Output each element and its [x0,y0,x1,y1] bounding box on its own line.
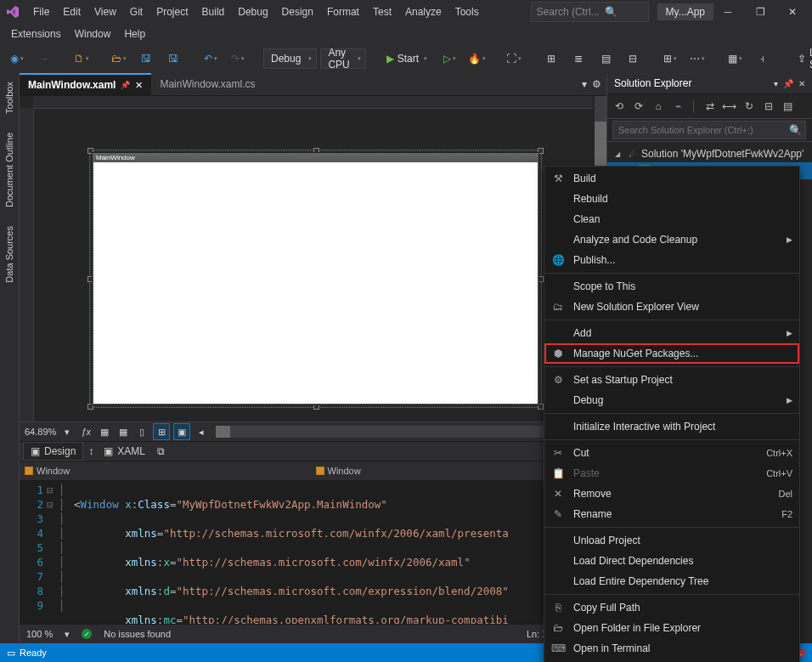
popout-icon[interactable]: ⧉ [157,445,165,457]
menu-git[interactable]: Git [124,3,149,20]
design-tab[interactable]: ▣ Design [23,442,83,461]
breadcrumb-a[interactable]: Window [25,466,70,476]
menu-format[interactable]: Format [321,3,365,20]
issues-label[interactable]: No issues found [104,629,171,639]
solution-platform-combo[interactable]: Any CPU [320,48,365,69]
start-debug-button[interactable]: ▶ Start [380,53,434,65]
window-restore-icon[interactable]: ❐ [746,2,775,22]
toolbar-btn-d[interactable]: ▤ [594,48,617,69]
ctx-rename[interactable]: ✎RenameF2 [544,504,799,524]
swap-panes-icon[interactable]: ↕ [88,445,93,457]
ctx-cut[interactable]: ✂CutCtrl+X [544,443,799,463]
h-scroll-left[interactable]: ◂ [194,424,209,439]
tab-overflow-icon[interactable]: ▾ [582,78,587,90]
panel-pin-icon[interactable]: 📌 [783,79,793,88]
ctx-open-in-terminal[interactable]: ⌨Open in Terminal [544,638,799,659]
ctx-initialize-interactive-with-project[interactable]: Initialize Interactive with Project [544,416,799,437]
se-sync-icon[interactable]: ⇄ [703,99,717,113]
toolbar-btn-a[interactable]: ⛶ [502,48,526,69]
nav-back-button[interactable]: ◉ [5,48,29,69]
toolbar-btn-i[interactable]: ⫞ [750,48,774,69]
hot-reload-button[interactable]: 🔥 [465,48,488,69]
document-outline-tab[interactable]: Document Outline [4,127,14,212]
menu-file[interactable]: File [27,3,55,20]
menu-project[interactable]: Project [150,3,194,20]
toolbar-btn-c[interactable]: ≣ [567,48,590,69]
new-project-button[interactable]: 🗋 [70,48,93,69]
toolbar-btn-g[interactable]: ⋯ [685,48,709,69]
se-home-icon[interactable]: ⌂ [651,99,665,113]
search-dropdown-icon[interactable]: ▾ [793,124,798,136]
toolbar-btn-f[interactable]: ⊞ [658,48,682,69]
toolbar-btn-e[interactable]: ⊟ [621,48,645,69]
data-sources-tab[interactable]: Data Sources [4,221,14,288]
se-collapse-icon[interactable]: ⊟ [762,99,775,113]
se-showall-icon[interactable]: ▤ [781,99,795,113]
live-share-button[interactable]: ⇪ Live Share [791,47,812,71]
menu-debug[interactable]: Debug [232,3,273,20]
tab-mainwindow-xaml-cs[interactable]: MainWindow.xaml.cs [151,73,263,95]
toolbar-btn-h[interactable]: ▦ [723,48,747,69]
ctx-copy-full-path[interactable]: ⎘Copy Full Path [544,597,799,618]
se-fwd-icon[interactable]: ⟳ [632,99,646,113]
pin-icon[interactable]: 📌 [121,81,130,89]
ctx-rebuild[interactable]: Rebuild [544,189,799,209]
zoom-dropdown-icon[interactable]: ▾ [59,424,75,439]
outlining-margin[interactable]: ⊟⊟ [47,481,59,624]
panel-dropdown-icon[interactable]: ▾ [774,79,778,88]
menu-window[interactable]: Window [69,25,117,42]
grid-toggle-a[interactable]: ▦ [97,424,112,439]
window-minimize-icon[interactable]: ─ [713,2,742,22]
ctx-analyze-and-code-cleanup[interactable]: Analyze and Code Cleanup▶ [544,229,799,250]
solution-node[interactable]: ◢ ☄ Solution 'MyWpfDotnetFwkWv2App' [607,145,812,162]
xaml-code-editor[interactable]: 123 456 789 ⊟⊟ │││││││││ <Window x:Class… [20,481,606,624]
menu-edit[interactable]: Edit [57,3,87,20]
snap-toggle[interactable]: ▯ [134,424,149,439]
device-toggle[interactable]: ▣ [173,423,190,440]
solution-config-combo[interactable]: Debug [263,48,317,69]
ctx-open-folder-in-file-explorer[interactable]: 🗁Open Folder in File Explorer [544,618,799,638]
open-file-button[interactable]: 🗁 [107,48,131,69]
ctx-set-as-startup-project[interactable]: ⚙Set as Startup Project [544,370,799,390]
ctx-clean[interactable]: Clean [544,209,799,229]
grid-toggle-b[interactable]: ▦ [116,424,131,439]
ctx-load-entire-dependency-tree[interactable]: Load Entire Dependency Tree [544,571,799,591]
zoom-dropdown[interactable]: ▾ [65,629,70,640]
window-close-icon[interactable]: ✕ [778,2,807,22]
solution-name-chip[interactable]: My...App [657,3,713,20]
ctx-remove[interactable]: ✕RemoveDel [544,484,799,504]
ctx-load-direct-dependencies[interactable]: Load Direct Dependencies [544,551,799,571]
ctx-design-in-blend[interactable]: Design in Blend... [544,659,799,662]
menu-tools[interactable]: Tools [449,3,485,20]
se-back-icon[interactable]: ⟲ [612,99,626,113]
menu-build[interactable]: Build [196,3,231,20]
output-icon[interactable]: ▭ [7,648,15,659]
snapline-toggle[interactable]: ⊞ [153,423,170,440]
undo-button[interactable]: ↶ [199,48,223,69]
ctx-build[interactable]: ⚒Build [544,168,799,189]
ctx-debug[interactable]: Debug▶ [544,390,799,410]
se-filter-icon[interactable]: ⟷ [723,99,736,113]
nav-forward-button[interactable]: → [32,48,56,69]
toolbox-tab[interactable]: Toolbox [4,76,14,119]
menu-view[interactable]: View [88,3,122,20]
redo-button[interactable]: ↷ [226,48,250,69]
menu-help[interactable]: Help [118,25,151,42]
se-switch-view-icon[interactable]: ⌁ [671,99,685,113]
toolbar-btn-b[interactable]: ⊞ [539,48,563,69]
ctx-add[interactable]: Add▶ [544,323,799,343]
breadcrumb-b[interactable]: Window [316,466,361,476]
panel-close-icon[interactable]: ✕ [798,79,805,88]
save-all-button[interactable]: 🖫 [161,48,185,69]
expand-icon[interactable]: ◢ [612,150,623,158]
tab-mainwindow-xaml[interactable]: MainWindow.xaml 📌 ✕ [20,73,151,95]
xaml-tab[interactable]: ▣ XAML [97,443,152,460]
ctx-scope-to-this[interactable]: Scope to This [544,276,799,297]
title-search[interactable]: Search (Ctrl... 🔍 [531,2,649,22]
menu-design[interactable]: Design [276,3,319,20]
zoom-pct[interactable]: 100 % [26,629,53,639]
code-content[interactable]: <Window x:Class="MyWpfDotnetFwkWv2App.Ma… [70,481,606,624]
start-without-debug-button[interactable]: ▷ [437,48,461,69]
save-button[interactable]: 🖫 [134,48,158,69]
menu-test[interactable]: Test [367,3,398,20]
